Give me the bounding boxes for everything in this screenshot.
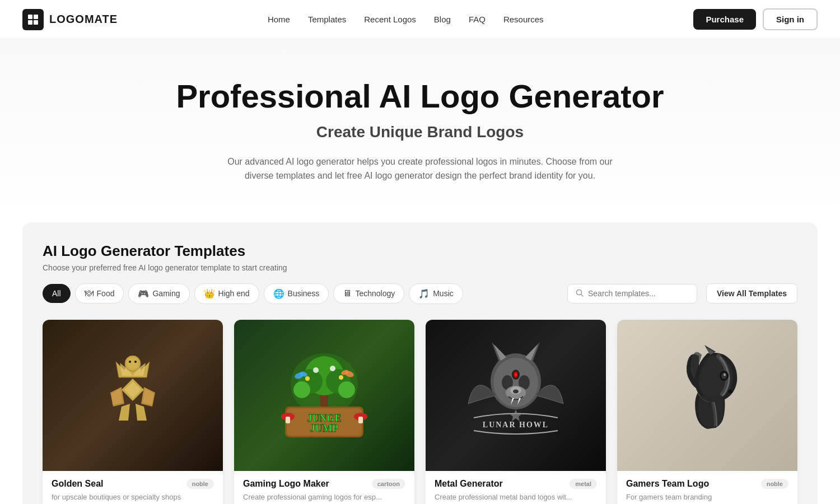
filter-tab-gaming[interactable]: 🎮 Gaming bbox=[128, 283, 189, 304]
nav-home[interactable]: Home bbox=[268, 15, 290, 24]
filter-tab-business-label: Business bbox=[288, 289, 320, 298]
svg-marker-61 bbox=[510, 409, 522, 421]
purchase-button[interactable]: Purchase bbox=[693, 9, 756, 30]
svg-point-57 bbox=[513, 389, 519, 393]
business-icon: 🌐 bbox=[273, 288, 284, 299]
svg-point-64 bbox=[724, 373, 726, 376]
nav-recent-logos[interactable]: Recent Logos bbox=[364, 15, 416, 24]
card-gamers-team-logo-desc: For gamers team branding bbox=[626, 492, 788, 502]
logo-area[interactable]: LOGOMATE bbox=[22, 9, 118, 30]
card-metal-generator-image: LUNAR HOWL bbox=[426, 320, 606, 471]
gaming-icon: 🎮 bbox=[138, 288, 149, 299]
search-icon bbox=[576, 289, 584, 298]
card-golden-seal[interactable]: Golden Seal noble for upscale boutiques … bbox=[43, 320, 223, 504]
card-golden-seal-badge: noble bbox=[186, 479, 214, 489]
svg-rect-3 bbox=[34, 20, 38, 25]
svg-point-18 bbox=[127, 358, 138, 369]
music-icon: 🎵 bbox=[418, 288, 430, 299]
card-gaming-logo-maker-body: Gaming Logo Maker cartoon Create profess… bbox=[234, 471, 414, 504]
signin-button[interactable]: Sign in bbox=[763, 8, 818, 30]
card-gamers-team-logo-title: Gamers Team Logo bbox=[626, 479, 709, 489]
filter-tab-food[interactable]: 🍽 Food bbox=[75, 283, 124, 304]
templates-controls: All 🍽 Food 🎮 Gaming 👑 High end 🌐 Busines… bbox=[43, 283, 797, 304]
technology-icon: 🖥 bbox=[343, 288, 352, 298]
food-icon: 🍽 bbox=[85, 288, 94, 298]
svg-point-26 bbox=[293, 381, 310, 398]
svg-rect-0 bbox=[28, 15, 32, 19]
svg-point-29 bbox=[330, 366, 335, 371]
templates-section: AI Logo Generator Templates Choose your … bbox=[22, 222, 818, 504]
card-gaming-logo-maker-image: JUNGE JUMP bbox=[234, 320, 414, 471]
filter-tab-music-label: Music bbox=[433, 289, 454, 298]
svg-text:JUMP: JUMP bbox=[310, 423, 338, 434]
card-golden-seal-title: Golden Seal bbox=[52, 479, 103, 489]
hero-title: Professional AI Logo Generator bbox=[22, 78, 818, 114]
svg-marker-15 bbox=[136, 404, 147, 421]
filter-tab-business[interactable]: 🌐 Business bbox=[264, 283, 329, 304]
view-all-button[interactable]: View All Templates bbox=[706, 283, 797, 304]
search-box bbox=[567, 284, 697, 304]
card-gaming-logo-maker-title-row: Gaming Logo Maker cartoon bbox=[243, 479, 405, 489]
card-metal-generator[interactable]: LUNAR HOWL Metal Generator metal Create … bbox=[426, 320, 606, 504]
svg-line-5 bbox=[581, 294, 583, 296]
svg-point-19 bbox=[129, 361, 131, 363]
filter-tab-highend[interactable]: 👑 High end bbox=[194, 283, 259, 304]
card-gamers-team-logo-title-row: Gamers Team Logo noble bbox=[626, 479, 788, 489]
cards-grid: Golden Seal noble for upscale boutiques … bbox=[43, 320, 797, 504]
card-gaming-logo-maker-title: Gaming Logo Maker bbox=[243, 479, 329, 489]
site-header: LOGOMATE Home Templates Recent Logos Blo… bbox=[0, 0, 840, 39]
hero-subtitle: Create Unique Brand Logos bbox=[22, 123, 818, 141]
card-metal-generator-desc: Create professional metal band logos wit… bbox=[435, 492, 597, 502]
templates-title: AI Logo Generator Templates bbox=[43, 242, 797, 260]
header-actions: Purchase Sign in bbox=[693, 8, 818, 30]
card-gaming-logo-maker-badge: cartoon bbox=[372, 479, 405, 489]
nav-templates[interactable]: Templates bbox=[308, 15, 346, 24]
filter-tab-highend-label: High end bbox=[218, 289, 250, 298]
filter-tab-food-label: Food bbox=[97, 289, 115, 298]
svg-point-54 bbox=[515, 373, 517, 376]
svg-text:LUNAR HOWL: LUNAR HOWL bbox=[483, 421, 549, 429]
main-nav: Home Templates Recent Logos Blog FAQ Res… bbox=[268, 15, 544, 24]
highend-icon: 👑 bbox=[204, 288, 215, 299]
card-gamers-team-logo[interactable]: Gamers Team Logo noble For gamers team b… bbox=[617, 320, 797, 504]
card-gamers-team-logo-body: Gamers Team Logo noble For gamers team b… bbox=[617, 471, 797, 504]
card-gamers-team-logo-badge: noble bbox=[761, 479, 788, 489]
filter-tab-gaming-label: Gaming bbox=[152, 289, 180, 298]
card-golden-seal-body: Golden Seal noble for upscale boutiques … bbox=[43, 471, 223, 504]
card-metal-generator-badge: metal bbox=[570, 479, 597, 489]
hero-description: Our advanced AI logo generator helps you… bbox=[224, 155, 616, 183]
svg-point-27 bbox=[338, 381, 355, 398]
svg-rect-1 bbox=[34, 15, 38, 19]
hero-section: Professional AI Logo Generator Create Un… bbox=[0, 39, 840, 211]
svg-rect-41 bbox=[286, 417, 290, 423]
card-golden-seal-image bbox=[43, 320, 223, 471]
filter-tab-technology[interactable]: 🖥 Technology bbox=[333, 283, 404, 304]
svg-point-20 bbox=[134, 361, 137, 363]
card-gaming-logo-maker[interactable]: JUNGE JUMP Gaming Logo Maker cartoon Cre… bbox=[234, 320, 414, 504]
svg-text:JUNGE: JUNGE bbox=[307, 413, 341, 424]
card-metal-generator-title-row: Metal Generator metal bbox=[435, 479, 597, 489]
svg-rect-2 bbox=[28, 20, 32, 25]
svg-point-30 bbox=[305, 376, 310, 381]
search-and-view: View All Templates bbox=[567, 283, 797, 304]
nav-resources[interactable]: Resources bbox=[503, 15, 544, 24]
svg-point-31 bbox=[339, 375, 343, 380]
card-gaming-logo-maker-desc: Create professional gaming logos for esp… bbox=[243, 492, 405, 502]
templates-header: AI Logo Generator Templates Choose your … bbox=[43, 242, 797, 272]
nav-faq[interactable]: FAQ bbox=[469, 15, 486, 24]
templates-subtitle: Choose your preferred free AI logo gener… bbox=[43, 263, 797, 272]
search-input[interactable] bbox=[588, 289, 689, 298]
filter-tabs: All 🍽 Food 🎮 Gaming 👑 High end 🌐 Busines… bbox=[43, 283, 463, 304]
svg-rect-43 bbox=[358, 417, 363, 423]
card-gamers-team-logo-image bbox=[617, 320, 797, 471]
filter-tab-all[interactable]: All bbox=[43, 284, 71, 303]
filter-tab-all-label: All bbox=[52, 289, 61, 298]
filter-tab-technology-label: Technology bbox=[355, 289, 395, 298]
card-golden-seal-desc: for upscale boutiques or specialty shops bbox=[52, 492, 214, 502]
card-metal-generator-body: Metal Generator metal Create professiona… bbox=[426, 471, 606, 504]
nav-blog[interactable]: Blog bbox=[434, 15, 451, 24]
filter-tab-music[interactable]: 🎵 Music bbox=[409, 283, 463, 304]
svg-point-28 bbox=[313, 367, 319, 373]
logo-icon bbox=[22, 9, 44, 30]
svg-marker-9 bbox=[124, 381, 141, 398]
